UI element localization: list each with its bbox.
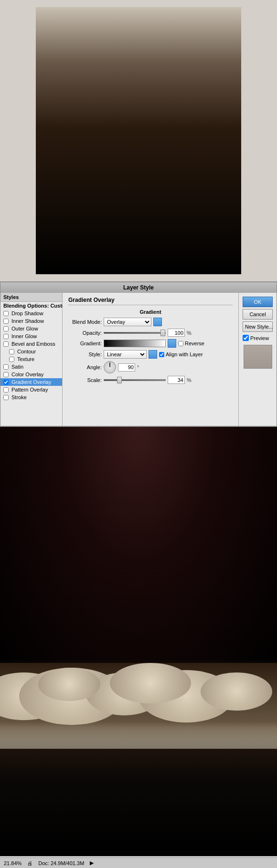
opacity-row: Opacity: % [68,329,233,337]
gradient-picker[interactable] [104,340,166,347]
blend-mode-row: Blend Mode: Overlay Normal Multiply Scre… [68,318,233,326]
buttons-panel: OK Cancel New Style... Preview [238,293,277,426]
color-overlay-item[interactable]: Color Overlay [0,371,62,378]
nav-arrow[interactable]: ▶ [90,860,94,866]
stroke-check[interactable] [3,395,9,400]
inner-glow-check[interactable] [3,334,9,339]
scale-slider[interactable] [104,379,166,381]
cloud-area [0,599,277,749]
ground-dark [0,727,277,856]
gradient-overlay-item[interactable]: Gradient Overlay [0,378,62,386]
angle-dial[interactable] [104,361,116,373]
cancel-button[interactable]: Cancel [243,309,273,320]
outer-glow-item[interactable]: Outer Glow [0,325,62,332]
opacity-input[interactable] [168,329,185,337]
reverse-check[interactable] [178,341,183,346]
style-label: Style: [68,351,102,357]
dialog-titlebar: Layer Style [0,282,277,293]
styles-panel: Styles Blending Options: Custom Drop Sha… [0,293,63,426]
scale-row: Scale: % [68,376,233,384]
blend-mode-select[interactable]: Overlay Normal Multiply Screen [104,318,151,326]
gradient-overlay-settings: Gradient Overlay Gradient Blend Mode: Ov… [63,293,238,426]
align-layer-check[interactable] [159,352,164,357]
section-title: Gradient Overlay [68,297,233,305]
contour-check[interactable] [9,349,14,354]
zoom-level: 21.84% [4,860,21,866]
preview-label: Preview [243,335,273,341]
reverse-label: Reverse [178,341,204,346]
scale-unit: % [187,377,192,383]
reverse-text: Reverse [185,341,204,346]
align-layer-label: Align with Layer [159,351,203,357]
canvas-image-top [36,7,241,274]
status-bar: 21.84% 🖨 Doc: 24.9M/401.3M ▶ [0,858,277,868]
doc-info: Doc: 24.9M/401.3M [38,860,84,866]
gradient-overlay-check[interactable] [3,380,9,385]
preview-text: Preview [250,335,269,341]
style-arrow[interactable] [149,350,157,359]
style-select[interactable]: Linear Radial Angle Reflected Diamond [104,350,147,359]
gradient-label: Gradient: [68,341,102,346]
drop-shadow-item[interactable]: Drop Shadow [0,310,62,317]
texture-item[interactable]: Texture [0,355,62,363]
styles-panel-header: Styles [0,293,62,302]
cloud-layer [0,599,277,749]
align-layer-text: Align with Layer [166,351,203,357]
scale-input[interactable] [168,376,185,384]
satin-item[interactable]: Satin [0,363,62,371]
gradient-arrow[interactable] [168,339,176,348]
bevel-emboss-item[interactable]: Bevel and Emboss [0,340,62,348]
ok-button[interactable]: OK [243,297,273,307]
contour-item[interactable]: Contour [0,348,62,355]
bevel-emboss-check[interactable] [3,341,9,347]
style-row: Style: Linear Radial Angle Reflected Dia… [68,350,233,359]
dialog-title: Layer Style [123,284,154,291]
angle-row: Angle: ° [68,361,233,373]
stroke-item[interactable]: Stroke [0,393,62,401]
outer-glow-check[interactable] [3,326,9,331]
canvas-top [0,0,277,281]
pattern-overlay-item[interactable]: Pattern Overlay [0,386,62,393]
angle-input[interactable] [118,363,135,372]
scale-label: Scale: [68,377,102,383]
canvas-image-bottom [0,427,277,856]
drop-shadow-check[interactable] [3,311,9,316]
inner-shadow-check[interactable] [3,319,9,324]
opacity-label: Opacity: [68,330,102,336]
preview-check[interactable] [243,335,249,341]
inner-shadow-item[interactable]: Inner Shadow [0,317,62,325]
blend-mode-label: Blend Mode: [68,319,102,325]
preview-thumbnail [244,345,272,369]
blending-options-item[interactable]: Blending Options: Custom [0,302,62,310]
subsection-title: Gradient [68,309,233,315]
color-overlay-check[interactable] [3,372,9,377]
angle-unit: ° [137,364,139,370]
dialog-body: Styles Blending Options: Custom Drop Sha… [0,293,277,426]
gradient-row: Gradient: Reverse [68,339,233,348]
texture-check[interactable] [9,357,14,362]
status-icon: 🖨 [27,860,32,866]
opacity-unit: % [187,330,192,336]
inner-glow-item[interactable]: Inner Glow [0,332,62,340]
angle-label: Angle: [68,364,102,370]
pattern-overlay-check[interactable] [3,387,9,393]
layer-style-dialog: Layer Style Styles Blending Options: Cus… [0,281,277,427]
new-style-button[interactable]: New Style... [243,321,273,332]
satin-check[interactable] [3,364,9,370]
canvas-bottom [0,427,277,856]
opacity-slider[interactable] [104,332,166,334]
blend-mode-arrow[interactable] [153,318,162,326]
